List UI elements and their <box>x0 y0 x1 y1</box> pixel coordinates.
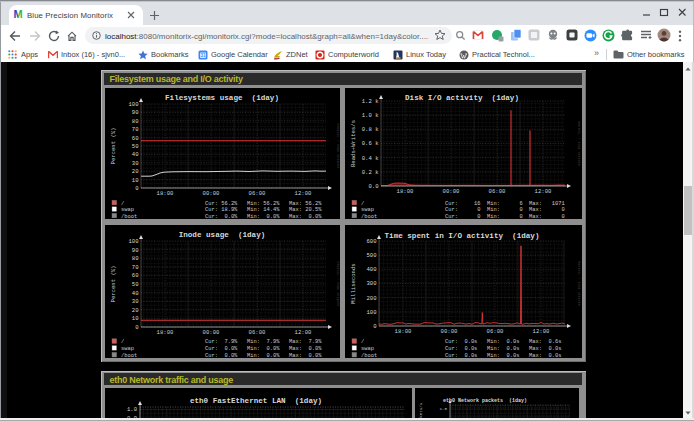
svg-text:/: / <box>121 339 124 345</box>
svg-text:40: 40 <box>132 290 139 297</box>
svg-text:31: 31 <box>200 53 206 58</box>
svg-text:Cur: 0 Min: 0 Max:: Cur: 0 Min: 0 Max: 0 <box>445 207 565 213</box>
svg-text:1.0: 1.0 <box>439 407 447 411</box>
svg-text:Milliseconds: Milliseconds <box>350 263 357 303</box>
svg-text:Cur: 0.0% Min: 0.0% Max:: Cur: 0.0% Min: 0.0% Max: 0.0% <box>205 353 322 358</box>
svg-text:50: 50 <box>132 143 139 150</box>
svg-text:Cur: 56.2% Min: 56.2% Max:: Cur: 56.2% Min: 56.2% Max: 56.2% <box>205 201 322 207</box>
svg-text:00:00: 00:00 <box>203 190 220 197</box>
svg-text:18:00: 18:00 <box>395 328 412 335</box>
svg-text:RRDTOOL / TOBI OETIKER: RRDTOOL / TOBI OETIKER <box>577 121 581 166</box>
svg-text:12:00: 12:00 <box>295 329 312 336</box>
svg-text:eth0 Network packets (1day): eth0 Network packets (1day) <box>442 398 526 404</box>
svg-text:40: 40 <box>132 151 139 158</box>
svg-text:60: 60 <box>132 272 139 279</box>
svg-text:18:00: 18:00 <box>157 329 174 336</box>
svg-text:30: 30 <box>132 160 139 167</box>
svg-text:RRDTOOL / TOBI OETIKER: RRDTOOL / TOBI OETIKER <box>336 124 340 169</box>
svg-text:00:00: 00:00 <box>443 188 460 195</box>
svg-text:200: 200 <box>366 295 377 302</box>
svg-text:90: 90 <box>132 109 139 116</box>
svg-text:80: 80 <box>132 255 139 262</box>
svg-text:0.2 k: 0.2 k <box>362 169 379 176</box>
svg-text:Cur: 18.9% Min: 14.4% Max:: Cur: 18.9% Min: 14.4% Max: 20.5% <box>205 207 322 213</box>
svg-text:Cur: 0.0s Min: 0.0s Max:: Cur: 0.0s Min: 0.0s Max: 0.6s <box>445 339 561 345</box>
svg-text:30: 30 <box>132 298 139 305</box>
svg-text:/boot: /boot <box>361 214 377 218</box>
svg-text:20: 20 <box>132 168 139 175</box>
svg-text:06:00: 06:00 <box>249 190 266 197</box>
svg-text:90: 90 <box>132 247 139 254</box>
svg-text:swap: swap <box>121 346 134 352</box>
svg-text:eth0 FastEthernet LAN (1day): eth0 FastEthernet LAN (1day) <box>190 397 322 405</box>
svg-text:Percent (%): Percent (%) <box>110 128 117 165</box>
svg-text:400: 400 <box>366 266 377 273</box>
svg-text:Filesystems usage (1day): Filesystems usage (1day) <box>165 94 279 102</box>
svg-text:100: 100 <box>128 101 139 108</box>
svg-text:20: 20 <box>132 307 139 314</box>
svg-text:Cur: 0 Min: 0 Max:: Cur: 0 Min: 0 Max: 0 <box>445 214 565 218</box>
svg-text:Cur: 0.0% Min: 0.0% Max:: Cur: 0.0% Min: 0.0% Max: 0.0% <box>205 214 322 218</box>
svg-text:0.8 k: 0.8 k <box>362 126 379 133</box>
svg-text:0.0: 0.0 <box>368 183 379 190</box>
svg-text:1.0 k: 1.0 k <box>362 112 379 119</box>
svg-text:Cur: 16 Min: 6 Max:: Cur: 16 Min: 6 Max: 1071 <box>445 201 565 207</box>
svg-text:/: / <box>361 339 364 345</box>
svg-text:500: 500 <box>366 252 377 259</box>
svg-text:1.0: 1.0 <box>127 406 138 413</box>
svg-text:70: 70 <box>132 126 139 133</box>
svg-text:Packets/s: Packets/s <box>419 402 423 419</box>
svg-text:70: 70 <box>132 264 139 271</box>
svg-text:100: 100 <box>128 238 139 245</box>
svg-text:100: 100 <box>366 309 377 316</box>
svg-text:Time spent in I/O activity (1: Time spent in I/O activity (1day) <box>385 232 540 240</box>
svg-text:0.4 k: 0.4 k <box>362 155 379 162</box>
svg-text:Percent (%): Percent (%) <box>110 266 117 303</box>
svg-text:00:00: 00:00 <box>203 329 220 336</box>
svg-text:Inode usage (1day): Inode usage (1day) <box>179 231 266 239</box>
svg-text:M: M <box>13 9 22 19</box>
svg-text:300: 300 <box>366 280 377 287</box>
svg-text:50: 50 <box>132 281 139 288</box>
svg-text:/: / <box>121 201 124 207</box>
svg-text:600: 600 <box>366 238 377 245</box>
svg-text:06:00: 06:00 <box>489 188 506 195</box>
svg-text:Disk I/O activity (1day): Disk I/O activity (1day) <box>405 94 519 102</box>
svg-text:RRDTOOL / TOBI OETIKER: RRDTOOL / TOBI OETIKER <box>577 261 581 306</box>
svg-text:/: / <box>361 201 364 207</box>
svg-text:12:00: 12:00 <box>535 188 552 195</box>
svg-text:00:00: 00:00 <box>441 328 458 335</box>
svg-text:1.2 k: 1.2 k <box>362 98 379 105</box>
svg-text:10: 10 <box>132 177 139 184</box>
svg-text:swap: swap <box>361 346 374 352</box>
svg-text:/boot: /boot <box>361 353 377 358</box>
svg-text:Cur: 0.0% Min: 0.0% Max:: Cur: 0.0% Min: 0.0% Max: 0.0% <box>205 346 322 352</box>
svg-text:18:00: 18:00 <box>397 188 414 195</box>
svg-text:0.6 k: 0.6 k <box>362 140 379 147</box>
svg-text:60: 60 <box>132 135 139 142</box>
svg-text:18:00: 18:00 <box>157 190 174 197</box>
svg-text:12:00: 12:00 <box>295 190 312 197</box>
svg-text:Cur: 7.9% Min: 7.9% Max:: Cur: 7.9% Min: 7.9% Max: 7.9% <box>205 339 322 345</box>
svg-text:Reads+Writes/s: Reads+Writes/s <box>350 120 357 167</box>
svg-text:Cur: 0.0s Min: 0.0s Max:: Cur: 0.0s Min: 0.0s Max: 0.0s <box>445 346 561 352</box>
svg-text:10: 10 <box>132 315 139 322</box>
svg-text:80: 80 <box>132 118 139 125</box>
svg-text:swap: swap <box>121 207 134 213</box>
svg-text:06:00: 06:00 <box>487 328 504 335</box>
svg-text:RRDTOOL / TOBI OETIKER: RRDTOOL / TOBI OETIKER <box>336 262 340 307</box>
svg-text:06:00: 06:00 <box>249 329 266 336</box>
svg-text:Cur: 0.0s Min: 0.0s Max:: Cur: 0.0s Min: 0.0s Max: 0.0s <box>445 353 561 358</box>
svg-text:12:00: 12:00 <box>533 328 550 335</box>
svg-text:/boot: /boot <box>121 214 137 218</box>
svg-text:swap: swap <box>361 207 374 213</box>
svg-text:/boot: /boot <box>121 353 137 358</box>
